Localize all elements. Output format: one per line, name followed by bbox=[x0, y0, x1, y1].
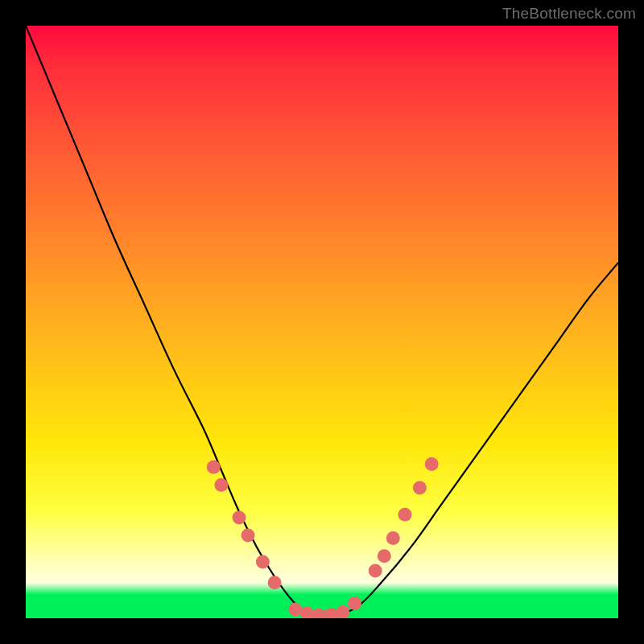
bottleneck-curve bbox=[26, 26, 618, 617]
data-dots bbox=[207, 457, 439, 618]
dot-left-upper-2 bbox=[214, 478, 228, 492]
dot-bottom-2 bbox=[300, 607, 314, 618]
dot-left-low-1 bbox=[256, 555, 270, 569]
dot-right-upper-1 bbox=[398, 508, 412, 522]
dot-right-low-1 bbox=[348, 597, 361, 610]
dot-left-mid-2 bbox=[242, 529, 255, 543]
dot-left-upper-1 bbox=[207, 460, 221, 474]
dot-right-upper-3 bbox=[425, 457, 439, 471]
dot-bottom-4 bbox=[324, 608, 338, 618]
chart-frame: TheBottleneck.com bbox=[0, 0, 644, 644]
dot-right-mid-3 bbox=[386, 531, 400, 545]
chart-svg bbox=[26, 26, 618, 618]
dot-right-mid-2 bbox=[378, 549, 391, 563]
dot-right-mid-1 bbox=[369, 564, 382, 578]
dot-left-mid-1 bbox=[233, 510, 246, 524]
dot-bottom-3 bbox=[312, 609, 326, 618]
dot-left-low-2 bbox=[268, 576, 282, 589]
plot-area bbox=[26, 26, 618, 618]
dot-bottom-1 bbox=[288, 603, 302, 617]
dot-right-upper-2 bbox=[413, 481, 427, 495]
watermark-text: TheBottleneck.com bbox=[502, 5, 636, 23]
dot-bottom-5 bbox=[336, 605, 349, 618]
